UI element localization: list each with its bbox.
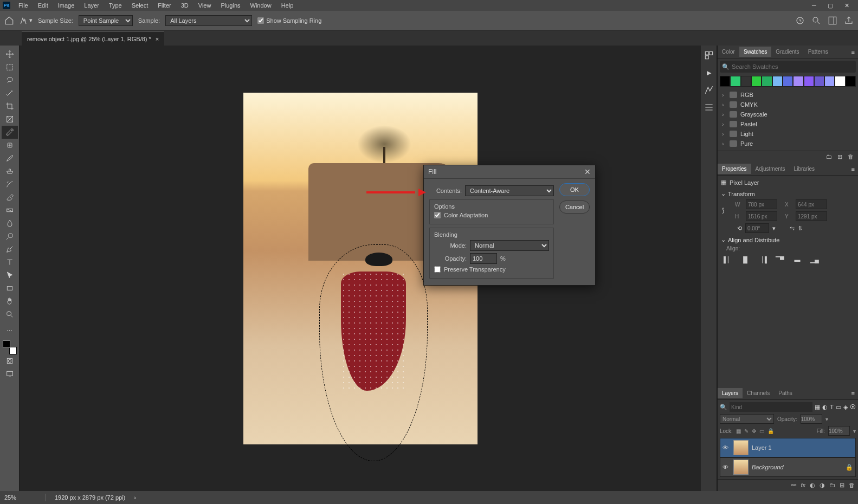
width-input[interactable] — [746, 199, 777, 209]
filter-pixel-icon[interactable]: ▦ — [815, 404, 820, 411]
move-tool[interactable] — [2, 48, 18, 61]
tab-channels[interactable]: Channels — [743, 388, 774, 398]
workspace-icon[interactable] — [828, 16, 837, 25]
layer-thumbnail[interactable] — [733, 440, 749, 455]
dialog-close-icon[interactable]: ✕ — [584, 167, 591, 176]
tab-gradients[interactable]: Gradients — [771, 47, 803, 57]
layer-name[interactable]: Background — [752, 464, 784, 470]
delete-layer-icon[interactable]: 🗑 — [849, 482, 855, 489]
info-chevron-icon[interactable]: › — [134, 494, 136, 501]
pen-tool[interactable] — [2, 243, 18, 256]
swatch-item[interactable] — [783, 76, 793, 87]
cancel-button[interactable]: Cancel — [559, 201, 590, 214]
share-icon[interactable] — [844, 16, 854, 25]
swatch-item[interactable] — [814, 76, 824, 87]
eraser-tool[interactable] — [2, 191, 18, 204]
menu-layer[interactable]: Layer — [80, 1, 104, 10]
frame-tool[interactable] — [2, 113, 18, 126]
layer-item[interactable]: 👁 Layer 1 — [720, 438, 856, 457]
gradient-tool[interactable] — [2, 204, 18, 217]
minimize-button[interactable]: ─ — [808, 2, 820, 9]
layer-item[interactable]: 👁 Background 🔒 — [720, 457, 856, 477]
rotate-input[interactable] — [745, 223, 769, 233]
menu-help[interactable]: Help — [277, 1, 298, 10]
visibility-icon[interactable]: 👁 — [722, 444, 730, 451]
align-vcenter-icon[interactable]: ▬ — [792, 255, 802, 264]
history-brush-tool[interactable] — [2, 178, 18, 191]
dock-icon-1[interactable] — [704, 50, 714, 61]
fx-icon[interactable]: fx — [801, 482, 805, 489]
edit-toolbar[interactable]: ⋯ — [2, 324, 18, 337]
filter-smart-icon[interactable]: ◈ — [843, 404, 848, 411]
mask-icon[interactable]: ◐ — [810, 482, 815, 489]
menu-plugins[interactable]: Plugins — [216, 1, 244, 10]
folder-pure[interactable]: ›Pure — [720, 139, 856, 148]
color-adaptation-input[interactable] — [434, 212, 441, 218]
tab-libraries[interactable]: Libraries — [790, 164, 819, 174]
magic-wand-tool[interactable] — [2, 87, 18, 100]
layer-filter-input[interactable] — [730, 402, 812, 412]
align-right-icon[interactable]: ▕▐ — [758, 255, 767, 264]
align-hcenter-icon[interactable]: ▐▌ — [740, 255, 750, 264]
new-swatch-icon[interactable]: ⊞ — [837, 153, 842, 160]
path-selection-tool[interactable] — [2, 269, 18, 282]
menu-filter[interactable]: Filter — [153, 1, 175, 10]
brush-tool[interactable] — [2, 152, 18, 165]
crop-tool[interactable] — [2, 100, 18, 113]
filter-toggle-icon[interactable]: ⦿ — [850, 404, 856, 410]
swatch-item[interactable] — [835, 76, 845, 87]
type-tool[interactable] — [2, 256, 18, 269]
tab-swatches[interactable]: Swatches — [739, 47, 771, 57]
menu-view[interactable]: View — [194, 1, 216, 10]
swatch-item[interactable] — [751, 76, 762, 87]
swatch-item[interactable] — [772, 76, 783, 87]
lasso-tool[interactable] — [2, 74, 18, 87]
zoom-level[interactable]: 25% — [4, 494, 37, 501]
show-sampling-ring-checkbox[interactable]: Show Sampling Ring — [257, 17, 321, 24]
swatches-search-input[interactable] — [732, 63, 854, 70]
tab-adjustments[interactable]: Adjustments — [751, 164, 790, 174]
sample-select[interactable]: All Layers — [165, 15, 252, 26]
menu-select[interactable]: Select — [127, 1, 153, 10]
swatch-item[interactable] — [730, 76, 740, 87]
document-info[interactable]: 1920 px x 2879 px (72 ppi) — [55, 494, 125, 501]
blend-mode-select[interactable]: Normal — [720, 414, 774, 424]
clone-stamp-tool[interactable] — [2, 165, 18, 178]
color-adaptation-checkbox[interactable]: Color Adaptation — [434, 212, 549, 218]
fill-input[interactable] — [828, 426, 850, 436]
blur-tool[interactable] — [2, 217, 18, 230]
foreground-color-swatch[interactable] — [3, 340, 10, 348]
home-icon[interactable] — [4, 16, 14, 25]
layer-thumbnail[interactable] — [733, 460, 749, 475]
menu-type[interactable]: Type — [105, 1, 126, 10]
swatch-item[interactable] — [793, 76, 803, 87]
dock-icon-2[interactable]: ▶ — [704, 67, 714, 78]
rectangle-tool[interactable] — [2, 282, 18, 295]
lock-paint-icon[interactable]: ✎ — [744, 428, 749, 434]
menu-window[interactable]: Window — [246, 1, 276, 10]
folder-grayscale[interactable]: ›Grayscale — [720, 109, 856, 119]
maximize-button[interactable]: ▢ — [824, 2, 836, 9]
tab-paths[interactable]: Paths — [774, 388, 797, 398]
lock-pixels-icon[interactable]: ▦ — [736, 428, 741, 434]
align-section[interactable]: ⌄Align and Distribute — [721, 236, 855, 243]
lock-position-icon[interactable]: ✥ — [752, 428, 756, 434]
swatch-item[interactable] — [762, 76, 772, 87]
align-top-icon[interactable]: ▔▀ — [775, 255, 785, 264]
panel-menu-icon[interactable]: ≡ — [848, 49, 858, 55]
layer-opacity-input[interactable] — [801, 414, 822, 424]
preserve-transparency-input[interactable] — [434, 266, 441, 273]
healing-brush-tool[interactable] — [2, 139, 18, 152]
y-input[interactable] — [796, 211, 827, 221]
align-left-icon[interactable]: ▌▏ — [723, 255, 733, 264]
quick-mask-tool[interactable] — [2, 354, 18, 367]
sample-size-select[interactable]: Point Sample — [79, 15, 133, 26]
folder-pastel[interactable]: ›Pastel — [720, 119, 856, 129]
cloud-sync-icon[interactable] — [795, 16, 805, 25]
menu-image[interactable]: Image — [54, 1, 79, 10]
mode-select[interactable]: Normal — [470, 240, 549, 251]
background-color-swatch[interactable] — [9, 347, 17, 354]
link-wh-icon[interactable]: ⟆ — [722, 207, 724, 214]
tab-properties[interactable]: Properties — [718, 164, 751, 174]
x-input[interactable] — [796, 199, 827, 209]
